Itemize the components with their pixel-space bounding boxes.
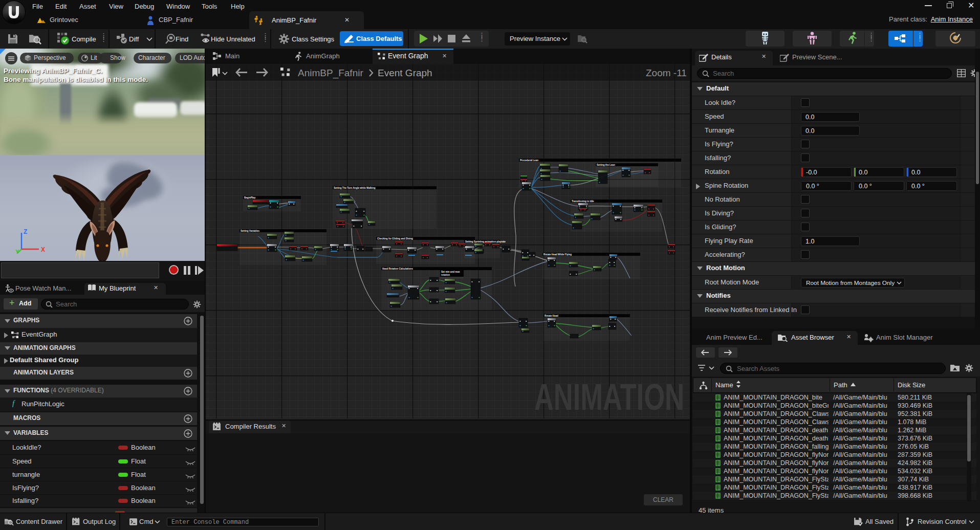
svg-text:rotation: rotation — [441, 274, 450, 276]
svg-text:Rotate Head: Rotate Head — [545, 315, 558, 317]
svg-text:Set min and max: Set min and max — [441, 271, 460, 273]
svg-text:X: X — [41, 246, 45, 253]
svg-text:Transitioning to Idle: Transitioning to Idle — [572, 200, 594, 203]
svg-text:Rotate Head While Flying: Rotate Head While Flying — [543, 253, 572, 256]
svg-text:Checking for Gliding and Divin: Checking for Gliding and Diving — [377, 237, 413, 240]
svg-text:Head Rotation Calculations: Head Rotation Calculations — [382, 268, 413, 270]
svg-text:ANIMATION: ANIMATION — [534, 377, 684, 417]
svg-text:Y: Y — [15, 249, 19, 254]
svg-text:Z: Z — [24, 229, 27, 235]
svg-text:Setting The Turn Angle while W: Setting The Turn Angle while Walking — [334, 187, 376, 189]
svg-text:BeginPlay: BeginPlay — [244, 196, 256, 199]
svg-text:Setting the Lean: Setting the Lean — [597, 164, 615, 166]
svg-text:Procedural Lean: Procedural Lean — [520, 159, 538, 162]
svg-text:Setting Variables: Setting Variables — [241, 230, 259, 232]
